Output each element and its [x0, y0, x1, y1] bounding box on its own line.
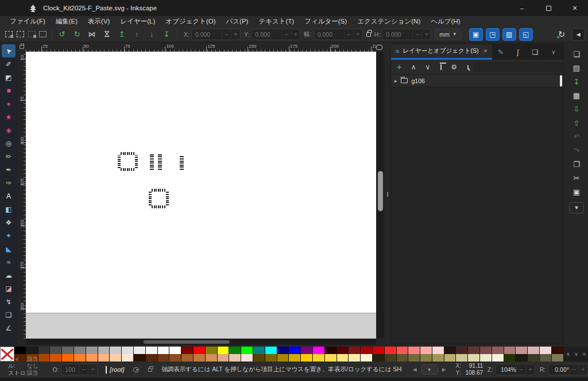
color-swatch[interactable]: [492, 347, 504, 354]
ruler-corner[interactable]: [17, 42, 26, 52]
lower-icon[interactable]: ↓: [144, 28, 159, 41]
color-swatch[interactable]: [313, 347, 325, 354]
color-swatch[interactable]: [552, 354, 564, 361]
color-swatch[interactable]: [313, 354, 325, 361]
select-all-layers-button[interactable]: [15, 28, 26, 41]
pad-column-1[interactable]: [150, 154, 154, 170]
dock-menu-chevron[interactable]: ∨: [544, 44, 563, 60]
opacity-plus-button[interactable]: +: [88, 366, 97, 374]
nav-left-icon[interactable]: ◀: [409, 367, 421, 372]
tool-dropper[interactable]: ✦: [2, 229, 16, 242]
color-swatch[interactable]: [468, 347, 480, 354]
zoom-minus-button[interactable]: −: [516, 366, 525, 374]
color-swatch[interactable]: [432, 354, 444, 361]
lower-to-bottom-icon[interactable]: ↧: [159, 28, 174, 41]
menu-item[interactable]: パス(P): [221, 16, 254, 27]
color-swatch[interactable]: [265, 347, 277, 354]
unit-dropdown[interactable]: mm ▼: [435, 29, 461, 40]
menu-item[interactable]: エクステンション(N): [352, 16, 425, 27]
y-plus-button[interactable]: +: [291, 30, 300, 38]
color-swatch[interactable]: [229, 347, 241, 354]
color-swatch[interactable]: [397, 354, 409, 361]
x-input[interactable]: [192, 31, 222, 38]
settings-gear-icon[interactable]: ⚙: [451, 63, 457, 71]
tool-ellipse[interactable]: ●: [2, 97, 16, 110]
rotation-minus-button[interactable]: −: [569, 366, 578, 374]
color-swatch[interactable]: [146, 347, 158, 354]
export-button[interactable]: ⇧: [569, 116, 584, 130]
tool-mesh[interactable]: ❖: [2, 216, 16, 229]
menu-item[interactable]: オブジェクト(O): [160, 16, 220, 27]
color-swatch[interactable]: [194, 354, 206, 361]
color-swatch[interactable]: [325, 354, 337, 361]
layer-visibility-icon[interactable]: [133, 367, 139, 372]
color-swatch[interactable]: [408, 347, 420, 354]
color-swatch[interactable]: [218, 354, 230, 361]
menu-item[interactable]: フィルター(S): [299, 16, 352, 27]
snap-bar-collapse-button[interactable]: ◀: [572, 28, 585, 41]
tool-tweak[interactable]: ≈: [2, 255, 16, 269]
move-up-button[interactable]: ∧: [411, 63, 416, 71]
color-swatch[interactable]: [361, 347, 373, 354]
color-swatch[interactable]: [456, 347, 468, 354]
tool-connector[interactable]: ↯: [2, 295, 16, 308]
color-swatch[interactable]: [480, 347, 492, 354]
flip-horizontal-icon[interactable]: ⋈: [84, 28, 99, 41]
horizontal-scrollbar-thumb[interactable]: [144, 340, 230, 344]
color-swatch[interactable]: [265, 354, 277, 361]
flip-vertical-icon[interactable]: ⋈: [99, 28, 114, 41]
expand-caret-icon[interactable]: ▸: [394, 78, 397, 84]
layer-lock-icon[interactable]: [148, 368, 152, 372]
color-swatch[interactable]: [229, 354, 241, 361]
scale-corners-toggle[interactable]: ◳: [486, 28, 500, 41]
tool-pen[interactable]: ✒: [2, 163, 16, 176]
delete-layer-icon[interactable]: [440, 64, 442, 70]
new-document-button[interactable]: ❏: [569, 47, 584, 61]
color-swatch[interactable]: [516, 347, 528, 354]
color-swatch[interactable]: [540, 354, 552, 361]
color-swatch[interactable]: [337, 354, 349, 361]
color-swatch[interactable]: [74, 347, 86, 354]
color-swatch[interactable]: [373, 347, 385, 354]
scale-stroke-toggle[interactable]: ▣: [469, 28, 483, 41]
color-swatch[interactable]: [194, 347, 206, 354]
print-button[interactable]: ▦: [569, 88, 584, 102]
color-swatch[interactable]: [516, 354, 528, 361]
color-swatch[interactable]: [504, 354, 516, 361]
color-swatch[interactable]: [158, 354, 170, 361]
color-swatch[interactable]: [492, 354, 504, 361]
ruler-lock-icon[interactable]: [20, 45, 24, 49]
pad-column-2[interactable]: [158, 154, 162, 170]
tool-spiral[interactable]: ◎: [2, 137, 16, 150]
scale-gradients-toggle[interactable]: ▨: [502, 28, 516, 41]
palette-scroll-down-icon[interactable]: ∨: [574, 351, 578, 357]
color-swatch[interactable]: [62, 354, 74, 361]
color-swatch[interactable]: [146, 354, 158, 361]
horizontal-ruler[interactable]: 255075100125150175200225: [26, 44, 376, 52]
tool-eraser[interactable]: ◪: [2, 282, 16, 295]
color-swatch[interactable]: [504, 347, 516, 354]
tab-fill-stroke[interactable]: ✎: [492, 44, 509, 60]
zoom-plus-button[interactable]: +: [525, 366, 535, 374]
nav-right-icon[interactable]: ▶: [438, 367, 450, 372]
opacity-minus-button[interactable]: −: [79, 366, 88, 374]
color-swatch[interactable]: [206, 354, 218, 361]
tool-node[interactable]: ✐: [2, 57, 16, 71]
palette-menu-icon[interactable]: ≡: [583, 351, 586, 357]
color-swatch[interactable]: [301, 354, 313, 361]
tool-3dbox[interactable]: ◈: [2, 123, 16, 137]
tool-pages[interactable]: ❏: [2, 308, 16, 321]
color-swatch[interactable]: [134, 354, 146, 361]
tool-star[interactable]: ★: [2, 110, 16, 123]
tool-text[interactable]: A: [2, 189, 16, 203]
color-swatch[interactable]: [14, 347, 26, 354]
tab-close-icon[interactable]: ✕: [483, 48, 488, 54]
raise-icon[interactable]: ↑: [129, 28, 144, 41]
maximize-button[interactable]: [535, 0, 562, 16]
color-swatch[interactable]: [62, 347, 74, 354]
minimize-button[interactable]: –: [509, 0, 535, 16]
tab-path-effects[interactable]: ∫: [509, 44, 527, 60]
canvas-viewport[interactable]: [26, 52, 376, 339]
x-minus-button[interactable]: −: [222, 30, 231, 38]
color-swatch[interactable]: [373, 354, 385, 361]
